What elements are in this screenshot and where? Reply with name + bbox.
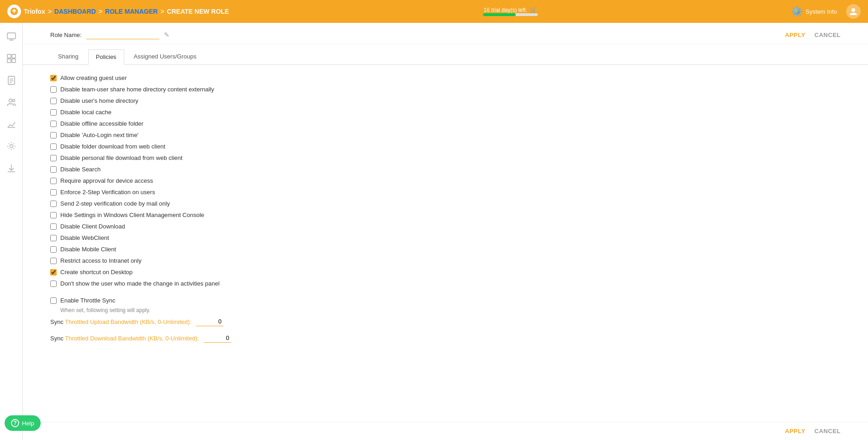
list-item: Disable local cache — [50, 106, 841, 118]
sidebar-item-settings[interactable] — [2, 137, 21, 155]
checkbox-label-allow-guest: Allow creating guest user — [60, 74, 127, 81]
checkbox-disable-folder-download[interactable] — [50, 143, 57, 150]
checkbox-enable-throttle[interactable] — [50, 297, 57, 304]
throttle-note: When set, following setting will apply. — [60, 307, 841, 313]
checkbox-allow-guest[interactable] — [50, 75, 57, 81]
download-bandwidth-label: Sync Throttled Download Bandwidth (KB/s,… — [50, 335, 199, 342]
list-item: Disable team-user share home directory c… — [50, 84, 841, 95]
checkbox-disable-mobile[interactable] — [50, 246, 57, 253]
top-nav: Triofox > DASHBOARD > ROLE MANAGER > CRE… — [0, 0, 868, 23]
list-item: Disable personal file download from web … — [50, 152, 841, 164]
svg-point-13 — [9, 99, 12, 102]
checkbox-dont-show-change[interactable] — [50, 281, 57, 287]
list-item: Allow creating guest user — [50, 72, 841, 84]
sidebar-item-monitor[interactable] — [2, 27, 21, 46]
checkbox-disable-webclient[interactable] — [50, 235, 57, 241]
header-actions: APPLY CANCEL — [785, 32, 841, 38]
trial-text: 16 trial day(s) left. — [484, 7, 527, 13]
list-item: Disable Search — [50, 164, 841, 175]
trial-info: 16 trial day(s) left. 🛒 — [484, 7, 537, 13]
list-item: Restrict access to Intranet only — [50, 255, 841, 266]
checkbox-label-17: Create shortcut on Desktop — [60, 269, 132, 276]
user-avatar[interactable] — [846, 4, 861, 19]
help-icon: ? — [11, 419, 19, 427]
breadcrumb: Triofox > DASHBOARD > ROLE MANAGER > CRE… — [7, 5, 229, 18]
upload-bandwidth-input[interactable] — [196, 317, 223, 326]
help-label: Help — [22, 420, 34, 427]
sidebar-item-chart[interactable] — [2, 115, 21, 133]
upload-bandwidth-row: Sync Throttled Upload Bandwidth (KB/s, 0… — [50, 313, 841, 330]
checkbox-require-approval[interactable] — [50, 178, 57, 184]
checkbox-create-shortcut[interactable] — [50, 269, 57, 276]
checkbox-label-13: Disable Client Download — [60, 223, 125, 230]
checkbox-disable-offline[interactable] — [50, 121, 57, 127]
nav-dashboard[interactable]: DASHBOARD — [54, 8, 96, 15]
role-name-row: Role Name: ✎ — [50, 30, 169, 39]
app-name: Triofox — [24, 8, 45, 15]
checkbox-label-6: Disable folder download from web client — [60, 143, 165, 150]
svg-rect-8 — [12, 59, 16, 63]
checkbox-disable-search[interactable] — [50, 166, 57, 173]
bottom-cancel-button[interactable]: CANCEL — [815, 428, 841, 435]
checkbox-disable-local-cache[interactable] — [50, 109, 57, 116]
list-item: Disable Mobile Client — [50, 244, 841, 255]
sidebar-item-download[interactable] — [2, 159, 21, 177]
checkbox-label-4: Disable offline accessible folder — [60, 120, 143, 127]
checkbox-label-3: Disable local cache — [60, 109, 111, 116]
role-name-label: Role Name: — [50, 32, 82, 38]
checkbox-restrict-intranet[interactable] — [50, 258, 57, 264]
gear-icon: ⚙️ — [791, 6, 803, 17]
sidebar-item-users[interactable] — [2, 93, 21, 111]
sidebar-item-grid[interactable] — [2, 49, 21, 68]
checkbox-disable-client-download[interactable] — [50, 223, 57, 230]
checkbox-send-2step-mail[interactable] — [50, 201, 57, 207]
cart-icon[interactable]: 🛒 — [530, 7, 537, 13]
sidebar-item-document[interactable] — [2, 71, 21, 90]
policies-content: Allow creating guest user Disable team-u… — [23, 65, 868, 354]
top-nav-right: ⚙️ System Info — [791, 4, 861, 19]
svg-point-14 — [12, 100, 15, 102]
svg-rect-6 — [12, 54, 16, 58]
checkbox-label-8: Disable Search — [60, 166, 101, 173]
download-bandwidth-input[interactable] — [204, 334, 231, 343]
logo-icon — [7, 5, 21, 18]
help-button[interactable]: ? Help — [5, 415, 41, 431]
edit-icon[interactable]: ✎ — [164, 31, 169, 38]
tab-sharing[interactable]: Sharing — [50, 49, 86, 64]
content-header: Role Name: ✎ APPLY CANCEL — [23, 23, 868, 44]
checkbox-label-7: Disable personal file download from web … — [60, 154, 182, 161]
cancel-button[interactable]: CANCEL — [815, 32, 841, 38]
trial-progress-fill — [483, 13, 516, 16]
checkbox-disable-personal-download[interactable] — [50, 155, 57, 161]
checkbox-disable-home-dir[interactable] — [50, 98, 57, 104]
checkbox-disable-autologin[interactable] — [50, 132, 57, 138]
checkbox-label-15: Disable Mobile Client — [60, 246, 116, 253]
svg-rect-2 — [7, 33, 16, 39]
tab-policies[interactable]: Policies — [88, 49, 124, 65]
checkbox-enforce-2step[interactable] — [50, 189, 57, 196]
main-content: Role Name: ✎ APPLY CANCEL Sharing Polici… — [23, 23, 868, 440]
system-info-button[interactable]: ⚙️ System Info — [791, 6, 837, 17]
list-item: Disable user's home directory — [50, 95, 841, 106]
nav-role-manager[interactable]: ROLE MANAGER — [105, 8, 158, 15]
checkbox-label-14: Disable WebClient — [60, 234, 109, 241]
checkbox-label-18: Don't show the user who made the change … — [60, 280, 220, 287]
list-item: Enforce 2-Step Verification on users — [50, 186, 841, 198]
bottom-apply-button[interactable]: APPLY — [785, 428, 805, 435]
list-item: Create shortcut on Desktop — [50, 266, 841, 278]
list-item: Disable Client Download — [50, 221, 841, 232]
apply-button[interactable]: APPLY — [785, 32, 805, 38]
svg-point-16 — [10, 145, 13, 148]
list-item: Disable offline accessible folder — [50, 118, 841, 129]
throttle-section: Enable Throttle Sync When set, following… — [50, 295, 841, 313]
upload-bandwidth-label: Sync Throttled Upload Bandwidth (KB/s, 0… — [50, 318, 191, 325]
checkbox-label-16: Restrict access to Intranet only — [60, 257, 142, 264]
role-name-input[interactable] — [86, 30, 159, 39]
tab-assigned[interactable]: Assigned Users/Groups — [126, 49, 204, 64]
checkbox-hide-settings-win[interactable] — [50, 212, 57, 218]
bottom-actions: APPLY CANCEL — [23, 422, 868, 440]
checkbox-label-12: Hide Settings in Windows Client Manageme… — [60, 212, 204, 218]
checkbox-disable-share-home[interactable] — [50, 86, 57, 93]
checkbox-label-10: Enforce 2-Step Verification on users — [60, 189, 155, 196]
list-item: Disable folder download from web client — [50, 141, 841, 152]
